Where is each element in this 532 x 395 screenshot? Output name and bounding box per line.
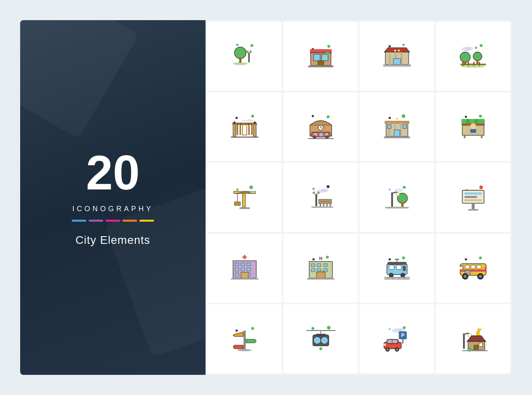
svg-rect-52 [248, 125, 250, 135]
left-panel: 20 ICONOGRAPHY City Elements [20, 20, 206, 375]
svg-rect-163 [316, 272, 325, 278]
svg-rect-88 [461, 119, 465, 123]
svg-point-61 [312, 115, 314, 117]
svg-rect-83 [403, 125, 406, 128]
svg-point-85 [465, 116, 467, 118]
svg-point-110 [312, 188, 314, 190]
svg-marker-201 [246, 339, 256, 343]
svg-rect-46 [253, 123, 256, 136]
svg-rect-222 [387, 340, 392, 343]
svg-rect-235 [479, 343, 482, 347]
svg-rect-146 [235, 268, 239, 271]
svg-point-204 [327, 326, 330, 330]
svg-rect-189 [460, 270, 486, 272]
svg-point-196 [484, 267, 486, 269]
svg-rect-157 [311, 264, 315, 266]
icon-bank [360, 22, 434, 91]
svg-point-123 [403, 186, 405, 189]
svg-rect-144 [241, 263, 245, 266]
svg-point-210 [314, 337, 321, 344]
svg-point-15 [325, 52, 329, 55]
color-bar-yellow [139, 220, 154, 222]
svg-rect-113 [315, 193, 317, 206]
svg-point-214 [389, 328, 391, 330]
svg-point-1 [236, 44, 238, 46]
svg-rect-119 [323, 204, 324, 206]
icon-park-tree [207, 22, 282, 91]
svg-point-175 [401, 273, 405, 278]
svg-point-73 [401, 114, 405, 118]
svg-point-42 [460, 64, 486, 67]
icon-garden [436, 22, 510, 91]
svg-rect-223 [393, 340, 397, 343]
icon-hospital [207, 234, 282, 303]
svg-rect-68 [319, 133, 323, 136]
svg-point-129 [396, 192, 399, 196]
svg-rect-158 [317, 264, 321, 266]
svg-rect-136 [464, 196, 477, 198]
icon-park-bench [283, 163, 358, 232]
svg-rect-101 [242, 192, 245, 207]
svg-point-225 [386, 349, 388, 351]
svg-point-154 [312, 258, 314, 260]
svg-rect-82 [387, 125, 391, 128]
svg-point-2 [234, 47, 246, 58]
svg-rect-127 [401, 203, 403, 207]
svg-point-153 [326, 256, 328, 259]
svg-rect-171 [389, 265, 394, 270]
icon-shop [283, 22, 358, 91]
svg-rect-59 [231, 136, 258, 138]
svg-point-108 [249, 191, 255, 193]
svg-point-70 [313, 135, 316, 138]
svg-point-125 [394, 188, 403, 192]
svg-point-165 [402, 256, 405, 259]
svg-point-4 [233, 62, 247, 65]
svg-rect-173 [403, 266, 405, 271]
color-bars [72, 220, 154, 222]
svg-marker-202 [233, 345, 243, 349]
icon-tram [360, 234, 434, 303]
svg-rect-12 [314, 54, 320, 60]
svg-point-109 [326, 185, 329, 188]
svg-rect-141 [244, 255, 245, 260]
icon-market-stall [436, 92, 510, 161]
svg-point-112 [321, 188, 328, 192]
svg-rect-139 [468, 209, 478, 211]
svg-rect-159 [324, 264, 327, 266]
svg-rect-228 [384, 344, 386, 346]
icon-cable-car [283, 304, 358, 373]
svg-rect-5 [248, 52, 250, 62]
svg-point-198 [235, 330, 237, 332]
svg-rect-54 [242, 125, 247, 135]
svg-point-18 [402, 44, 404, 46]
icon-street-lamp-tree [360, 163, 434, 232]
svg-rect-92 [479, 119, 484, 123]
svg-point-17 [389, 45, 391, 47]
svg-rect-128 [391, 192, 393, 207]
svg-rect-121 [329, 204, 331, 206]
svg-rect-135 [464, 192, 482, 194]
svg-rect-50 [237, 125, 238, 135]
svg-rect-120 [326, 204, 328, 206]
svg-point-48 [233, 121, 235, 123]
svg-point-124 [389, 188, 391, 190]
svg-marker-200 [233, 332, 243, 337]
svg-text:P: P [401, 333, 404, 339]
svg-rect-81 [394, 130, 399, 136]
svg-point-195 [459, 267, 462, 270]
svg-point-35 [473, 52, 482, 61]
svg-rect-107 [239, 207, 249, 209]
svg-rect-187 [471, 265, 475, 269]
svg-rect-24 [389, 52, 391, 64]
icon-gate [207, 92, 282, 161]
svg-rect-98 [480, 135, 482, 138]
svg-rect-45 [233, 123, 236, 136]
svg-rect-149 [235, 273, 239, 276]
svg-rect-106 [234, 202, 240, 206]
svg-rect-199 [243, 331, 245, 351]
svg-rect-164 [307, 278, 334, 280]
svg-point-227 [396, 349, 398, 351]
svg-point-115 [314, 191, 317, 194]
svg-point-33 [460, 52, 470, 62]
svg-point-32 [466, 46, 473, 50]
